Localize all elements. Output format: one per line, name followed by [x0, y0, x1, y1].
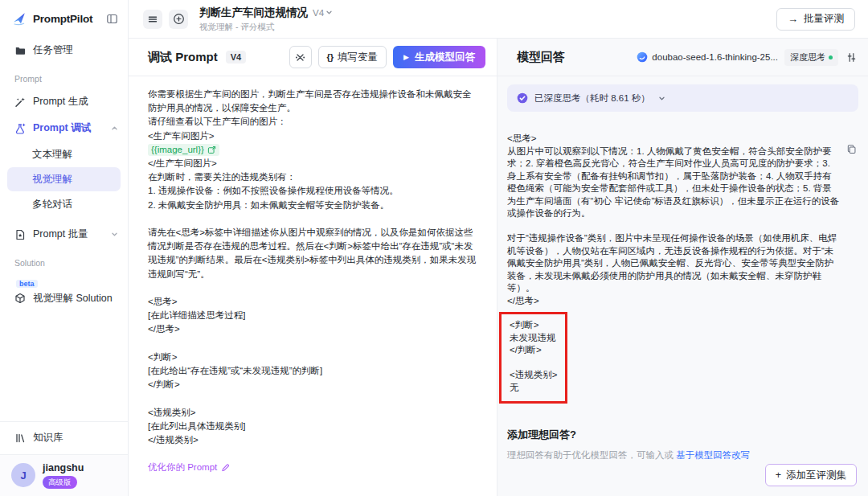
debug-panel-title: 调试 Prompt — [148, 50, 218, 65]
version-selector[interactable]: V4 — [313, 8, 333, 18]
generate-response-button[interactable]: ▶ 生成模型回答 — [393, 46, 485, 68]
model-selector[interactable]: doubao-seed-1.6-thinking-25... — [637, 51, 778, 63]
debug-prompt-panel: 调试 Prompt V4 {} 填写变量 ▶ 生成模型回答 — [129, 39, 497, 496]
fill-variables-button[interactable]: {} 填写变量 — [318, 46, 387, 68]
sidebar-collapse-icon[interactable] — [106, 13, 118, 25]
sidebar-item-knowledge-base[interactable]: 知识库 — [0, 422, 128, 454]
user-profile[interactable]: J jiangshu 高级版 — [0, 454, 128, 496]
nav-label: 视觉理解 Solution — [33, 292, 113, 305]
hamburger-icon — [147, 14, 158, 25]
braces-icon: {} — [327, 52, 334, 62]
sidebar-bottom: 知识库 J jiangshu 高级版 — [0, 421, 128, 496]
main-area: 判断生产车间违规情况 V4 视觉理解 - 评分模式 → 批量评测 调试 Prom… — [129, 0, 868, 496]
format-prompt-button[interactable] — [289, 46, 312, 68]
sidebar-item-prompt-generate[interactable]: Prompt 生成 — [0, 88, 128, 115]
annotation-highlight-box: <判断> 未发现违规 </判断> <违规类别> 无 — [499, 312, 567, 404]
ideal-answer-desc: 理想回答有助于优化模型回答，可输入或 基于模型回答改写 — [507, 449, 858, 461]
folder-icon — [14, 45, 26, 56]
plus-circle-icon — [173, 13, 185, 25]
status-dot — [829, 55, 833, 59]
model-response-panel: 模型回答 doubao-seed-1.6-thinking-25... 深度思考 — [497, 39, 868, 496]
cube-icon — [14, 293, 26, 304]
doubao-model-icon — [637, 51, 648, 63]
sidebar-section-solution: Solution — [0, 248, 128, 273]
response-panel-title: 模型回答 — [517, 50, 565, 65]
arrow-right-icon: → — [788, 14, 798, 24]
plan-badge: 高级版 — [43, 476, 77, 489]
beta-badge: beta — [16, 280, 38, 288]
chevron-down-icon — [658, 95, 665, 102]
sidebar-item-visual-understanding[interactable]: 视觉理解 — [7, 167, 121, 191]
sidebar-nav: 任务管理 Prompt Prompt 生成 Prompt 调试 文本理解 — [0, 34, 128, 421]
edit-icon — [221, 463, 230, 472]
avatar: J — [11, 463, 35, 487]
ideal-answer-title: 添加理想回答? — [507, 428, 858, 442]
image-url-variable-chip[interactable]: {{image_url}} — [148, 144, 219, 156]
prompt-version-badge: V4 — [226, 51, 246, 64]
sidebar-section-prompt: Prompt — [0, 64, 128, 88]
response-body: 已深度思考（耗时 8.61 秒） <思考> 从图片中可以观察到以下情况：1. 人… — [497, 76, 868, 496]
reference-mark-icon — [295, 52, 305, 63]
sidebar: PromptPilot 任务管理 Prompt Prompt 生成 — [0, 0, 129, 496]
play-icon: ▶ — [403, 54, 409, 61]
wand-icon — [14, 96, 26, 108]
chevron-down-icon[interactable] — [111, 231, 118, 238]
chevron-down-icon — [326, 9, 333, 16]
app-root: PromptPilot 任务管理 Prompt Prompt 生成 — [0, 0, 868, 496]
prompt-editor[interactable]: 你需要根据生产车间的图片，判断生产车间是否存在违规操作设备和未佩戴安全防护用具的… — [129, 76, 497, 496]
debug-panel-header: 调试 Prompt V4 {} 填写变量 ▶ 生成模型回答 — [129, 39, 497, 76]
deep-think-toggle[interactable]: 深度思考 — [784, 49, 838, 66]
new-task-button[interactable] — [169, 10, 188, 29]
nav-label: Prompt 生成 — [33, 95, 88, 109]
response-verdict-text: <判断> 未发现违规 </判断> <违规类别> 无 — [510, 319, 557, 394]
task-subtitle: 视觉理解 - 评分模式 — [199, 22, 333, 33]
logo-row: PromptPilot — [0, 0, 128, 34]
sidebar-item-multi-turn-dialog[interactable]: 多轮对话 — [7, 192, 121, 216]
prompt-text-after: </生产车间图片> 在判断时，需要关注的违规类别有： 1. 违规操作设备：例如不… — [148, 157, 477, 447]
nav-label: 知识库 — [33, 431, 63, 445]
batch-eval-button[interactable]: → 批量评测 — [776, 8, 855, 31]
rewrite-from-response-link[interactable]: 基于模型回答改写 — [676, 450, 750, 460]
menu-button[interactable] — [143, 10, 162, 29]
library-icon — [14, 432, 26, 444]
model-settings-icon[interactable] — [846, 52, 857, 63]
copy-icon[interactable] — [846, 144, 857, 157]
plus-icon: + — [776, 469, 781, 481]
sidebar-item-text-understanding[interactable]: 文本理解 — [7, 142, 121, 166]
chevron-up-icon[interactable] — [111, 125, 118, 132]
nav-label: Prompt 调试 — [33, 121, 91, 135]
promptpilot-logo-icon — [11, 10, 27, 27]
task-title-block: 判断生产车间违规情况 V4 视觉理解 - 评分模式 — [199, 6, 333, 33]
sidebar-item-prompt-batch[interactable]: Prompt 批量 — [0, 221, 128, 248]
add-to-eval-button[interactable]: + 添加至评测集 — [765, 464, 857, 486]
nav-label: 多轮对话 — [32, 198, 72, 211]
app-title: PromptPilot — [33, 13, 100, 25]
optimize-prompt-link[interactable]: 优化你的 Prompt — [148, 461, 477, 474]
response-panel-header: 模型回答 doubao-seed-1.6-thinking-25... 深度思考 — [497, 39, 868, 76]
nav-label: 视觉理解 — [32, 173, 72, 187]
check-circle-icon — [517, 92, 528, 104]
thinking-summary-toggle[interactable]: 已深度思考（耗时 8.61 秒） — [507, 84, 858, 112]
top-header: 判断生产车间违规情况 V4 视觉理解 - 评分模式 → 批量评测 — [129, 0, 868, 39]
task-title: 判断生产车间违规情况 — [199, 6, 308, 20]
nav-label: 文本理解 — [32, 148, 72, 162]
nav-label: 任务管理 — [33, 43, 73, 57]
sidebar-item-visual-solution[interactable]: beta 视觉理解 Solution — [0, 273, 128, 307]
nav-label: Prompt 批量 — [33, 228, 88, 241]
panels: 调试 Prompt V4 {} 填写变量 ▶ 生成模型回答 — [129, 39, 868, 496]
expand-image-icon — [207, 146, 216, 154]
sidebar-item-prompt-debug[interactable]: Prompt 调试 — [0, 115, 128, 141]
model-name: doubao-seed-1.6-thinking-25... — [652, 52, 778, 62]
sidebar-item-task-management[interactable]: 任务管理 — [0, 37, 128, 64]
user-name: jiangshu — [43, 462, 84, 473]
flask-icon — [14, 123, 26, 134]
response-text: <思考> 从图片中可以观察到以下情况：1. 人物佩戴了黄色安全帽，符合头部安全防… — [507, 133, 858, 307]
document-star-icon — [14, 229, 26, 240]
prompt-text-before: 你需要根据生产车间的图片，判断生产车间是否存在违规操作设备和未佩戴安全防护用具的… — [148, 88, 477, 143]
